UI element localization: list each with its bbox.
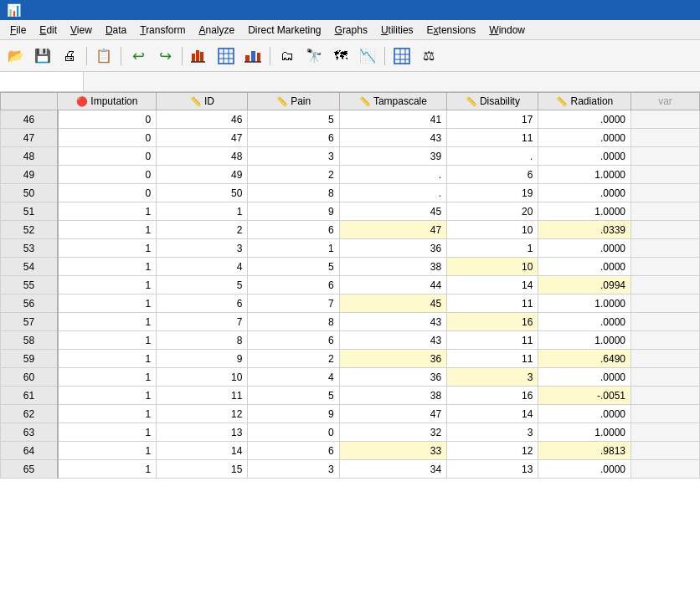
chart3-button[interactable]: 📉 bbox=[355, 44, 380, 68]
cell-id[interactable]: 9 bbox=[157, 350, 248, 368]
cell-pain[interactable]: 6 bbox=[248, 442, 339, 460]
cell-var[interactable] bbox=[631, 258, 700, 276]
cell-pain[interactable]: 8 bbox=[248, 313, 339, 331]
cell-radiation[interactable]: -.0051 bbox=[538, 387, 631, 405]
cell-var[interactable] bbox=[631, 239, 700, 258]
cell-imputation[interactable]: 0 bbox=[58, 129, 157, 147]
col-header-imputation[interactable]: 🔴 Imputation bbox=[58, 93, 157, 110]
cell-imputation[interactable]: 1 bbox=[58, 221, 157, 239]
chart2-button[interactable] bbox=[240, 44, 265, 68]
cell-tampascale[interactable]: 47 bbox=[339, 221, 447, 239]
cell-disability[interactable]: 12 bbox=[447, 442, 538, 460]
cell-id[interactable]: 8 bbox=[157, 331, 248, 350]
cell-radiation[interactable]: 1.0000 bbox=[538, 202, 631, 221]
col-header-pain[interactable]: 📏 Pain bbox=[248, 93, 339, 110]
cell-var[interactable] bbox=[631, 331, 700, 350]
cell-imputation[interactable]: 0 bbox=[58, 110, 157, 129]
cell-radiation[interactable]: .0000 bbox=[538, 313, 631, 331]
menu-file[interactable]: File bbox=[3, 23, 33, 38]
cell-disability[interactable]: 11 bbox=[447, 294, 538, 313]
cell-id[interactable]: 3 bbox=[157, 239, 248, 258]
cell-imputation[interactable]: 0 bbox=[58, 184, 157, 202]
cell-radiation[interactable]: 1.0000 bbox=[538, 294, 631, 313]
cell-id[interactable]: 48 bbox=[157, 147, 248, 166]
cell-pain[interactable]: 2 bbox=[248, 166, 339, 184]
col-header-radiation[interactable]: 📏 Radiation bbox=[538, 93, 631, 110]
cell-id[interactable]: 14 bbox=[157, 442, 248, 460]
cell-id[interactable]: 47 bbox=[157, 129, 248, 147]
print-button[interactable]: 🖨 bbox=[57, 44, 82, 68]
cell-radiation[interactable]: .0000 bbox=[538, 129, 631, 147]
data-button[interactable]: 🗂 bbox=[275, 44, 300, 68]
cell-var[interactable] bbox=[631, 313, 700, 331]
cell-pain[interactable]: 4 bbox=[248, 368, 339, 387]
cell-tampascale[interactable]: 36 bbox=[339, 368, 447, 387]
cell-radiation[interactable]: .0994 bbox=[538, 276, 631, 294]
cell-var[interactable] bbox=[631, 368, 700, 387]
cell-pain[interactable]: 9 bbox=[248, 202, 339, 221]
cell-radiation[interactable]: .0339 bbox=[538, 221, 631, 239]
cell-radiation[interactable]: 1.0000 bbox=[538, 423, 631, 442]
cell-id[interactable]: 49 bbox=[157, 166, 248, 184]
cell-radiation[interactable]: .0000 bbox=[538, 147, 631, 166]
cell-id[interactable]: 11 bbox=[157, 387, 248, 405]
cell-imputation[interactable]: 1 bbox=[58, 202, 157, 221]
cell-imputation[interactable]: 1 bbox=[58, 368, 157, 387]
data-table-container[interactable]: 🔴 Imputation 📏 ID 📏 Pain 📏 Tampascale 📏 … bbox=[0, 92, 700, 589]
find-button[interactable]: 🔭 bbox=[301, 44, 327, 68]
cell-imputation[interactable]: 1 bbox=[58, 331, 157, 350]
cell-radiation[interactable]: .0000 bbox=[538, 460, 631, 479]
cell-id[interactable]: 13 bbox=[157, 423, 248, 442]
cell-var[interactable] bbox=[631, 423, 700, 442]
grid-button[interactable] bbox=[389, 44, 414, 68]
cell-id[interactable]: 50 bbox=[157, 184, 248, 202]
cell-radiation[interactable]: .0000 bbox=[538, 258, 631, 276]
cell-radiation[interactable]: .0000 bbox=[538, 110, 631, 129]
cell-tampascale[interactable]: . bbox=[339, 184, 447, 202]
menu-utilities[interactable]: Utilities bbox=[374, 23, 420, 38]
cell-disability[interactable]: 3 bbox=[447, 423, 538, 442]
cell-disability[interactable]: 20 bbox=[447, 202, 538, 221]
cell-disability[interactable]: . bbox=[447, 147, 538, 166]
cell-imputation[interactable]: 0 bbox=[58, 166, 157, 184]
table-button[interactable] bbox=[214, 44, 239, 68]
cell-pain[interactable]: 3 bbox=[248, 460, 339, 479]
cell-id[interactable]: 7 bbox=[157, 313, 248, 331]
cell-disability[interactable]: 3 bbox=[447, 368, 538, 387]
cell-tampascale[interactable]: 44 bbox=[339, 276, 447, 294]
cell-var[interactable] bbox=[631, 110, 700, 129]
col-header-disability[interactable]: 📏 Disability bbox=[447, 93, 538, 110]
cell-disability[interactable]: 14 bbox=[447, 405, 538, 423]
cell-disability[interactable]: 10 bbox=[447, 221, 538, 239]
cell-var[interactable] bbox=[631, 460, 700, 479]
cell-disability[interactable]: 11 bbox=[447, 331, 538, 350]
cell-radiation[interactable]: .0000 bbox=[538, 368, 631, 387]
cell-disability[interactable]: 16 bbox=[447, 387, 538, 405]
menu-view[interactable]: View bbox=[64, 23, 99, 38]
map-button[interactable]: 🗺 bbox=[328, 44, 353, 68]
cell-disability[interactable]: 6 bbox=[447, 166, 538, 184]
menu-graphs[interactable]: Graphs bbox=[328, 23, 374, 38]
cell-var[interactable] bbox=[631, 202, 700, 221]
cell-pain[interactable]: 5 bbox=[248, 387, 339, 405]
cell-imputation[interactable]: 1 bbox=[58, 276, 157, 294]
cell-pain[interactable]: 6 bbox=[248, 221, 339, 239]
menu-direct-marketing[interactable]: Direct Marketing bbox=[241, 23, 327, 38]
menu-extensions[interactable]: Extensions bbox=[420, 23, 483, 38]
col-header-tampascale[interactable]: 📏 Tampascale bbox=[339, 93, 447, 110]
cell-disability[interactable]: 13 bbox=[447, 460, 538, 479]
cell-var[interactable] bbox=[631, 147, 700, 166]
cell-var[interactable] bbox=[631, 294, 700, 313]
cell-pain[interactable]: 6 bbox=[248, 276, 339, 294]
cell-imputation[interactable]: 1 bbox=[58, 294, 157, 313]
redo-button[interactable]: ↪ bbox=[152, 44, 178, 68]
cell-id[interactable]: 1 bbox=[157, 202, 248, 221]
cell-tampascale[interactable]: 32 bbox=[339, 423, 447, 442]
cell-var[interactable] bbox=[631, 387, 700, 405]
cell-tampascale[interactable]: 39 bbox=[339, 147, 447, 166]
cell-disability[interactable]: 16 bbox=[447, 313, 538, 331]
cell-id[interactable]: 2 bbox=[157, 221, 248, 239]
cell-tampascale[interactable]: 36 bbox=[339, 350, 447, 368]
open-button[interactable]: 📂 bbox=[3, 44, 28, 68]
cell-pain[interactable]: 6 bbox=[248, 129, 339, 147]
